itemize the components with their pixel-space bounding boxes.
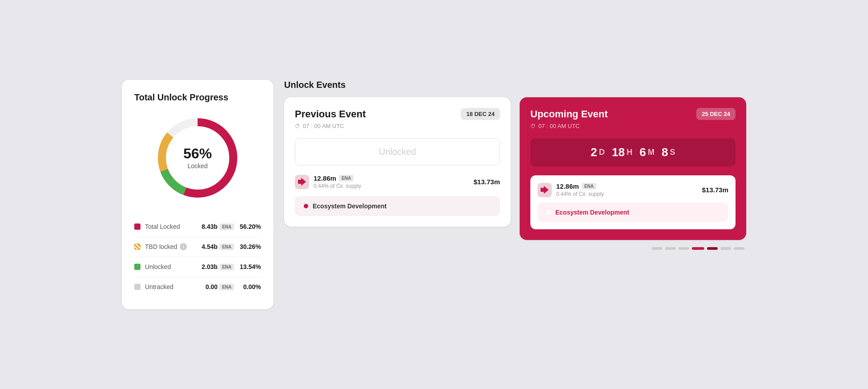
previous-token-amount-row: 12.86m ENA bbox=[314, 174, 469, 182]
legend-tag-tbd-locked: ENA bbox=[219, 244, 234, 250]
previous-category-dot bbox=[304, 204, 308, 208]
upcoming-token-amount: 12.86m bbox=[556, 182, 579, 190]
section-title: Unlock Events bbox=[284, 80, 746, 90]
page-dot-1[interactable] bbox=[652, 247, 662, 250]
countdown-box: 2 D 18 H 6 M 8 S bbox=[530, 138, 736, 166]
upcoming-clock-icon: ⏱ bbox=[530, 123, 536, 129]
countdown-hours-unit: H bbox=[627, 148, 632, 157]
upcoming-token-row: 12.86m ENA 0.44% of Cir. supply $13.73m bbox=[537, 182, 728, 197]
countdown-secs-unit: S bbox=[670, 148, 675, 157]
upcoming-token-tag: ENA bbox=[582, 183, 596, 190]
upcoming-event-title: Upcoming Event bbox=[530, 108, 608, 120]
legend-dot-tbd-locked bbox=[134, 244, 141, 250]
legend-item-unlocked: Unlocked 2.03b ENA 13.54% bbox=[134, 257, 261, 277]
page-dot-7[interactable] bbox=[734, 247, 744, 250]
countdown-hours-value: 18 bbox=[612, 145, 625, 159]
unlocked-box: Unlocked bbox=[295, 138, 500, 166]
previous-event-card: Previous Event 18 DEC 24 ⏱ 07 : 00 AM UT… bbox=[284, 97, 511, 227]
countdown-mins-value: 6 bbox=[640, 145, 646, 159]
legend-value-untracked: 0.00 bbox=[206, 283, 218, 290]
previous-event-time: ⏱ 07 : 00 AM UTC bbox=[295, 123, 500, 129]
upcoming-token-usd: $13.73m bbox=[702, 186, 728, 194]
card-title: Total Unlock Progress bbox=[134, 92, 261, 103]
upcoming-token-icon-inner bbox=[541, 186, 549, 194]
legend-value-unlocked: 2.03b bbox=[202, 263, 218, 270]
page-dot-2[interactable] bbox=[665, 247, 676, 250]
previous-event-date-badge: 18 DEC 24 bbox=[461, 108, 500, 120]
previous-event-title: Previous Event bbox=[295, 108, 366, 120]
clock-icon: ⏱ bbox=[295, 123, 300, 129]
legend-percent-total-locked: 56.20% bbox=[238, 223, 261, 230]
right-section: Unlock Events Previous Event 18 DEC 24 ⏱… bbox=[284, 80, 746, 250]
donut-center: 56% Locked bbox=[183, 146, 212, 170]
legend-percent-unlocked: 13.54% bbox=[238, 263, 261, 270]
upcoming-category-dot bbox=[546, 210, 551, 215]
upcoming-token-info: 12.86m ENA 0.44% of Cir. supply bbox=[556, 182, 698, 197]
info-icon-tbd[interactable]: i bbox=[180, 243, 187, 250]
upcoming-token-supply: 0.44% of Cir. supply bbox=[556, 191, 698, 197]
upcoming-event-header: Upcoming Event 25 DEC 24 bbox=[530, 108, 736, 120]
previous-category-box: Ecosystem Development bbox=[295, 196, 500, 216]
previous-token-supply: 0.44% of Cir. supply bbox=[314, 183, 469, 189]
legend-tag-unlocked: ENA bbox=[219, 264, 234, 270]
legend-item-total-locked: Total Locked 8.43b ENA 56.20% bbox=[134, 217, 261, 237]
upcoming-category-box: Ecosystem Development bbox=[537, 203, 728, 222]
legend-name-unlocked: Unlocked bbox=[145, 263, 202, 270]
previous-token-icon bbox=[295, 175, 309, 189]
legend-name-total-locked: Total Locked bbox=[145, 223, 202, 230]
countdown-mins-unit: M bbox=[648, 148, 654, 157]
upcoming-event-time: ⏱ 07 : 00 AM UTC bbox=[530, 123, 736, 129]
legend-tag-total-locked: ENA bbox=[219, 223, 234, 230]
page-dot-4-active[interactable] bbox=[692, 247, 704, 250]
countdown-days-unit: D bbox=[599, 148, 605, 157]
upcoming-event-card: Upcoming Event 25 DEC 24 ⏱ 07 : 00 AM UT… bbox=[520, 97, 746, 240]
previous-token-row: 12.86m ENA 0.44% of Cir. supply $13.73m bbox=[295, 174, 500, 189]
legend-value-total-locked: 8.43b bbox=[202, 223, 218, 230]
page-dot-5-active2[interactable] bbox=[707, 247, 718, 250]
upcoming-inner-box: 12.86m ENA 0.44% of Cir. supply $13.73m … bbox=[530, 175, 736, 229]
previous-category-label: Ecosystem Development bbox=[313, 203, 387, 210]
countdown-days-value: 2 bbox=[591, 145, 597, 159]
token-icon-inner bbox=[298, 178, 306, 186]
legend-value-tbd-locked: 4.54b bbox=[202, 243, 218, 250]
events-row: Previous Event 18 DEC 24 ⏱ 07 : 00 AM UT… bbox=[284, 97, 746, 240]
legend-name-tbd-locked: TBD locked i bbox=[145, 243, 202, 250]
pagination bbox=[284, 247, 746, 250]
legend-name-untracked: Untracked bbox=[145, 283, 206, 290]
legend-percent-untracked: 0.00% bbox=[238, 283, 261, 290]
page-dot-3[interactable] bbox=[678, 247, 689, 250]
upcoming-category-label: Ecosystem Development bbox=[555, 209, 629, 216]
donut-label: Locked bbox=[183, 162, 212, 170]
previous-token-tag: ENA bbox=[339, 175, 354, 182]
countdown-secs-value: 8 bbox=[661, 145, 668, 159]
previous-event-header: Previous Event 18 DEC 24 bbox=[295, 108, 500, 120]
donut-percent: 56% bbox=[183, 146, 212, 161]
previous-token-info: 12.86m ENA 0.44% of Cir. supply bbox=[314, 174, 469, 189]
donut-chart: 56% Locked bbox=[153, 113, 242, 203]
legend-item-untracked: Untracked 0.00 ENA 0.00% bbox=[134, 277, 261, 297]
previous-token-usd: $13.73m bbox=[474, 178, 500, 186]
page-dot-6[interactable] bbox=[720, 247, 731, 250]
upcoming-token-icon bbox=[537, 183, 552, 197]
total-unlock-progress-card: Total Unlock Progress 56% Locked bbox=[122, 80, 273, 309]
upcoming-event-date-badge: 25 DEC 24 bbox=[696, 108, 736, 120]
donut-chart-container: 56% Locked bbox=[134, 113, 261, 203]
upcoming-token-amount-row: 12.86m ENA bbox=[556, 182, 698, 190]
previous-token-amount: 12.86m bbox=[314, 174, 336, 182]
legend-percent-tbd-locked: 30.26% bbox=[238, 243, 261, 250]
legend-dot-total-locked bbox=[134, 223, 141, 230]
legend: Total Locked 8.43b ENA 56.20% TBD locked… bbox=[134, 217, 261, 297]
legend-dot-untracked bbox=[134, 284, 141, 290]
legend-tag-untracked: ENA bbox=[219, 284, 234, 290]
legend-item-tbd-locked: TBD locked i 4.54b ENA 30.26% bbox=[134, 237, 261, 257]
main-container: Total Unlock Progress 56% Locked bbox=[122, 80, 746, 309]
legend-dot-unlocked bbox=[134, 264, 141, 270]
